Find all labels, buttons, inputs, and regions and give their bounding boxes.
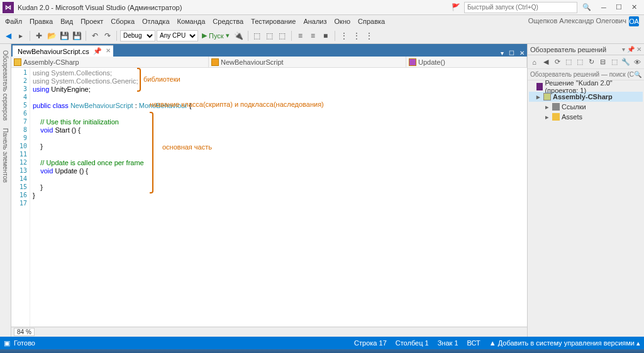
- annot-main: основная часть: [162, 143, 212, 151]
- tree-references[interactable]: ▸Ссылки: [529, 102, 643, 112]
- server-explorer-tab[interactable]: Обозреватель серверов: [2, 50, 9, 121]
- tb-icon-7[interactable]: ⋮: [338, 30, 350, 41]
- maximize-button[interactable]: ☐: [611, 2, 626, 13]
- panel-dropdown-icon[interactable]: ▾: [622, 46, 625, 53]
- toolbox-tab[interactable]: Панель элементов: [2, 128, 9, 183]
- nav-class[interactable]: NewBehaviourScript: [209, 57, 406, 67]
- panel-close-icon[interactable]: ✕: [636, 46, 641, 53]
- tb-icon-8[interactable]: ⋮: [351, 30, 362, 41]
- status-char: Знак 1: [438, 339, 458, 347]
- code-area[interactable]: using System.Collections; using System.C…: [30, 68, 527, 327]
- close-button[interactable]: ✕: [626, 2, 641, 13]
- zoom-select[interactable]: 84 %: [14, 328, 35, 336]
- project-icon: [14, 58, 21, 66]
- solution-search-input[interactable]: [530, 71, 634, 78]
- nav-scope[interactable]: Assembly-CSharp: [11, 57, 209, 67]
- solution-header: Обозреватель решений ▾ 📌 ✕: [528, 44, 644, 55]
- statusbar: ▣ Готово Строка 17 Столбец 1 Знак 1 ВСТ …: [0, 337, 644, 349]
- tree-assets[interactable]: ▸Assets: [529, 112, 643, 122]
- status-col: Столбец 1: [396, 339, 429, 347]
- status-version-control[interactable]: ▲ Добавить в систему управления версиями…: [489, 339, 640, 347]
- sol-properties-icon[interactable]: 🔧: [621, 57, 631, 68]
- minimize-button[interactable]: ─: [596, 2, 611, 13]
- platform-select[interactable]: Any CPU: [157, 30, 198, 41]
- brace-lib: [137, 68, 141, 92]
- solution-tree[interactable]: Решение "Kudan 2.0" (проектов: 1) ▸Assem…: [528, 80, 644, 337]
- menu-help[interactable]: Справка: [354, 16, 389, 26]
- tab-newbehaviourscript[interactable]: NewBehaviourScript.cs 📌 ✕: [13, 45, 113, 57]
- class-icon: [211, 58, 219, 66]
- sol-preview-icon[interactable]: 👁: [632, 57, 643, 68]
- tabwell-dropdown[interactable]: ▾: [498, 50, 506, 57]
- menu-window[interactable]: Окно: [331, 16, 355, 26]
- nav-member[interactable]: Update(): [406, 57, 527, 67]
- folder-icon: [552, 113, 560, 121]
- line-gutter: 1234567891011121314151617: [11, 68, 30, 327]
- solution-explorer: Обозреватель решений ▾ 📌 ✕ ⌂ ◀ ⟳ ⬚ ⬚ ↻ ⊟…: [527, 44, 644, 337]
- menu-debug[interactable]: Отладка: [138, 16, 173, 26]
- menubar: Файл Правка Вид Проект Сборка Отладка Ко…: [0, 15, 644, 28]
- sol-collapse-icon[interactable]: ⊟: [597, 57, 608, 68]
- menu-team[interactable]: Команда: [174, 16, 209, 26]
- tree-solution[interactable]: Решение "Kudan 2.0" (проектов: 1): [529, 82, 643, 92]
- tabwell-maximize[interactable]: ☐: [506, 50, 517, 57]
- menu-project[interactable]: Проект: [77, 16, 107, 26]
- status-line: Строка 17: [354, 339, 387, 347]
- undo-button[interactable]: ↶: [89, 30, 101, 41]
- user-avatar-icon: ОА: [629, 16, 639, 26]
- back-button[interactable]: ◀: [3, 30, 14, 41]
- annot-class: название класса(скрипта) и подкласса(нас…: [150, 100, 324, 109]
- forward-button[interactable]: ▸: [15, 30, 26, 41]
- config-select[interactable]: Debug: [120, 30, 155, 41]
- menu-analyze[interactable]: Анализ: [299, 16, 330, 26]
- titlebar: ⋈ Kudan 2.0 - Microsoft Visual Studio (А…: [0, 0, 644, 15]
- solution-toolbar: ⌂ ◀ ⟳ ⬚ ⬚ ↻ ⊟ ⬚ 🔧 👁: [528, 55, 644, 69]
- search-icon[interactable]: 🔍: [634, 71, 641, 78]
- menu-test[interactable]: Тестирование: [247, 16, 299, 26]
- sol-tb-4[interactable]: ⬚: [564, 57, 574, 68]
- open-button[interactable]: 📂: [46, 30, 57, 41]
- brace-main: [150, 112, 153, 193]
- sol-showall-icon[interactable]: ⬚: [609, 57, 619, 68]
- tb-icon-1[interactable]: ⬚: [252, 30, 263, 41]
- panel-pin-icon[interactable]: 📌: [627, 46, 635, 53]
- search-icon[interactable]: 🔍: [582, 3, 591, 11]
- sol-refresh-icon[interactable]: ↻: [586, 57, 597, 68]
- save-all-button[interactable]: 💾: [71, 30, 82, 41]
- solution-title: Обозреватель решений: [530, 46, 606, 53]
- tab-close-icon[interactable]: ✕: [106, 47, 111, 54]
- menu-build[interactable]: Сборка: [107, 16, 138, 26]
- tb-icon-2[interactable]: ⬚: [264, 30, 275, 41]
- user-label[interactable]: Ощепков Александр ОлеговичОА: [528, 16, 643, 26]
- tab-pin-icon[interactable]: 📌: [93, 47, 102, 55]
- left-rail: Обозреватель серверов Панель элементов: [0, 44, 11, 337]
- sol-back-icon[interactable]: ◀: [540, 57, 551, 68]
- run-button[interactable]: Пуск ▾: [199, 31, 232, 40]
- menu-file[interactable]: Файл: [1, 16, 26, 26]
- tb-icon-4[interactable]: ≡: [295, 30, 306, 41]
- save-button[interactable]: 💾: [58, 30, 70, 41]
- menu-tools[interactable]: Средства: [209, 16, 247, 26]
- new-item-button[interactable]: ✚: [33, 30, 45, 41]
- menu-view[interactable]: Вид: [57, 16, 77, 26]
- code-editor[interactable]: 1234567891011121314151617 using System.C…: [11, 68, 527, 327]
- menu-edit[interactable]: Правка: [26, 16, 57, 26]
- tb-icon-3[interactable]: ⬚: [277, 30, 288, 41]
- window-title: Kudan 2.0 - Microsoft Visual Studio (Адм…: [18, 4, 182, 11]
- redo-button[interactable]: ↷: [102, 30, 113, 41]
- tb-icon-9[interactable]: ⋮: [364, 30, 375, 41]
- status-badge-icon: ▣: [4, 339, 10, 347]
- tb-icon-5[interactable]: ≡: [308, 30, 319, 41]
- references-icon: [552, 103, 560, 111]
- toolbar: ◀ ▸ ✚ 📂 💾 💾 ↶ ↷ Debug Any CPU Пуск ▾ 🔌 ⬚…: [0, 28, 644, 44]
- notification-icon[interactable]: 🚩: [452, 3, 460, 11]
- sol-sync-icon[interactable]: ⟳: [552, 57, 562, 68]
- sol-home-icon[interactable]: ⌂: [529, 57, 540, 68]
- zoom-bar: 84 %: [11, 327, 527, 337]
- tb-icon-6[interactable]: ■: [320, 30, 331, 41]
- document-tabs: NewBehaviourScript.cs 📌 ✕ ▾ ☐ ✕: [11, 44, 527, 57]
- attach-button[interactable]: 🔌: [233, 30, 245, 41]
- tabwell-close[interactable]: ✕: [517, 50, 527, 57]
- sol-tb-5[interactable]: ⬚: [575, 57, 586, 68]
- quick-launch-input[interactable]: [464, 2, 577, 13]
